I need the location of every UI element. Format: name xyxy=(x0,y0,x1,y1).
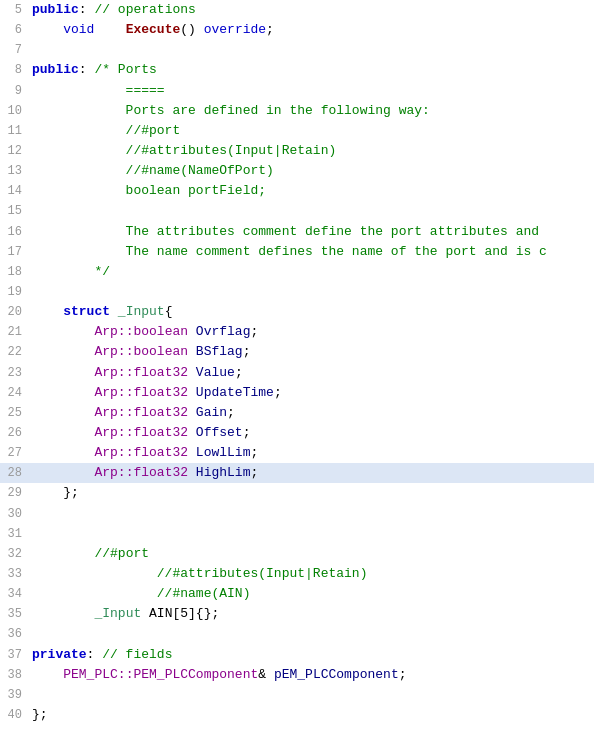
line-code: public: // operations xyxy=(32,0,594,20)
token-field-name: Ovrflag xyxy=(196,324,251,339)
token-plain xyxy=(32,606,94,621)
token-arp-type: Arp::float32 xyxy=(94,405,188,420)
code-line: 40}; xyxy=(0,705,594,725)
line-number: 29 xyxy=(4,484,32,503)
line-code: void Execute() override; xyxy=(32,20,594,40)
line-number: 35 xyxy=(4,605,32,624)
code-line: 16 The attributes comment define the por… xyxy=(0,222,594,242)
code-line: 14 boolean portField; xyxy=(0,181,594,201)
token-field-name: Value xyxy=(196,365,235,380)
line-number: 16 xyxy=(4,223,32,242)
line-code xyxy=(32,624,594,644)
token-comment: The attributes comment define the port a… xyxy=(32,224,539,239)
token-plain: { xyxy=(165,304,173,319)
token-comment: //#attributes(Input|Retain) xyxy=(32,566,367,581)
code-line: 9 ===== xyxy=(0,81,594,101)
line-code: //#port xyxy=(32,544,594,564)
code-line: 13 //#name(NameOfPort) xyxy=(0,161,594,181)
line-number: 7 xyxy=(4,41,32,60)
line-number: 14 xyxy=(4,182,32,201)
token-plain: : xyxy=(87,647,103,662)
code-line: 11 //#port xyxy=(0,121,594,141)
code-line: 25 Arp::float32 Gain; xyxy=(0,403,594,423)
line-code: Arp::float32 LowlLim; xyxy=(32,443,594,463)
token-struct-name: _Input xyxy=(94,606,141,621)
line-code: Arp::float32 UpdateTime; xyxy=(32,383,594,403)
code-line: 23 Arp::float32 Value; xyxy=(0,363,594,383)
token-kw-override: override xyxy=(204,22,266,37)
line-number: 34 xyxy=(4,585,32,604)
token-comment: // fields xyxy=(102,647,172,662)
code-line: 27 Arp::float32 LowlLim; xyxy=(0,443,594,463)
token-kw-public: public xyxy=(32,2,79,17)
token-kw-void: void xyxy=(63,22,94,37)
line-code: Arp::float32 Offset; xyxy=(32,423,594,443)
token-plain xyxy=(94,22,125,37)
token-comment: //#attributes(Input|Retain) xyxy=(32,143,336,158)
line-number: 30 xyxy=(4,505,32,524)
code-line: 26 Arp::float32 Offset; xyxy=(0,423,594,443)
token-plain: : xyxy=(79,2,95,17)
line-code: //#name(NameOfPort) xyxy=(32,161,594,181)
token-plain: () xyxy=(180,22,203,37)
line-number: 18 xyxy=(4,263,32,282)
line-code xyxy=(32,685,594,705)
code-line: 6 void Execute() override; xyxy=(0,20,594,40)
line-code: _Input AIN[5]{}; xyxy=(32,604,594,624)
token-comment: //#name(AIN) xyxy=(32,586,250,601)
line-number: 9 xyxy=(4,82,32,101)
code-line: 36 xyxy=(0,624,594,644)
token-plain: ; xyxy=(266,22,274,37)
line-code xyxy=(32,282,594,302)
token-plain xyxy=(188,465,196,480)
line-code: Arp::boolean Ovrflag; xyxy=(32,322,594,342)
token-field-name: UpdateTime xyxy=(196,385,274,400)
line-code: }; xyxy=(32,705,594,725)
token-arp-type: Arp::float32 xyxy=(94,465,188,480)
line-code: public: /* Ports xyxy=(32,60,594,80)
line-code: PEM_PLC::PEM_PLCComponent& pEM_PLCCompon… xyxy=(32,665,594,685)
code-line: 31 xyxy=(0,524,594,544)
token-plain xyxy=(188,324,196,339)
code-line: 37private: // fields xyxy=(0,645,594,665)
code-line: 5public: // operations xyxy=(0,0,594,20)
code-line: 18 */ xyxy=(0,262,594,282)
line-code: Ports are defined in the following way: xyxy=(32,101,594,121)
line-code: //#attributes(Input|Retain) xyxy=(32,141,594,161)
line-number: 17 xyxy=(4,243,32,262)
token-plain xyxy=(32,365,94,380)
line-number: 23 xyxy=(4,364,32,383)
token-field-name: HighLim xyxy=(196,465,251,480)
token-field-name: LowlLim xyxy=(196,445,251,460)
code-line: 32 //#port xyxy=(0,544,594,564)
token-plain xyxy=(32,425,94,440)
code-line: 29 }; xyxy=(0,483,594,503)
token-plain xyxy=(188,365,196,380)
code-line: 24 Arp::float32 UpdateTime; xyxy=(0,383,594,403)
token-plain: & xyxy=(258,667,274,682)
token-method: Execute xyxy=(126,22,181,37)
line-number: 13 xyxy=(4,162,32,181)
line-number: 37 xyxy=(4,646,32,665)
token-arp-type: Arp::float32 xyxy=(94,365,188,380)
token-plain: : xyxy=(79,62,95,77)
token-comment: /* Ports xyxy=(94,62,156,77)
code-line: 19 xyxy=(0,282,594,302)
code-line: 21 Arp::boolean Ovrflag; xyxy=(0,322,594,342)
token-plain xyxy=(32,465,94,480)
token-plain xyxy=(32,445,94,460)
line-number: 32 xyxy=(4,545,32,564)
token-plain xyxy=(32,546,94,561)
line-code: }; xyxy=(32,483,594,503)
token-plain: ; xyxy=(227,405,235,420)
line-number: 33 xyxy=(4,565,32,584)
token-plain: ; xyxy=(250,324,258,339)
line-number: 36 xyxy=(4,625,32,644)
line-number: 25 xyxy=(4,404,32,423)
code-line: 15 xyxy=(0,201,594,221)
line-number: 28 xyxy=(4,464,32,483)
token-plain xyxy=(110,304,118,319)
line-code: struct _Input{ xyxy=(32,302,594,322)
token-plain: AIN[5]{}; xyxy=(141,606,219,621)
token-plain xyxy=(32,22,63,37)
